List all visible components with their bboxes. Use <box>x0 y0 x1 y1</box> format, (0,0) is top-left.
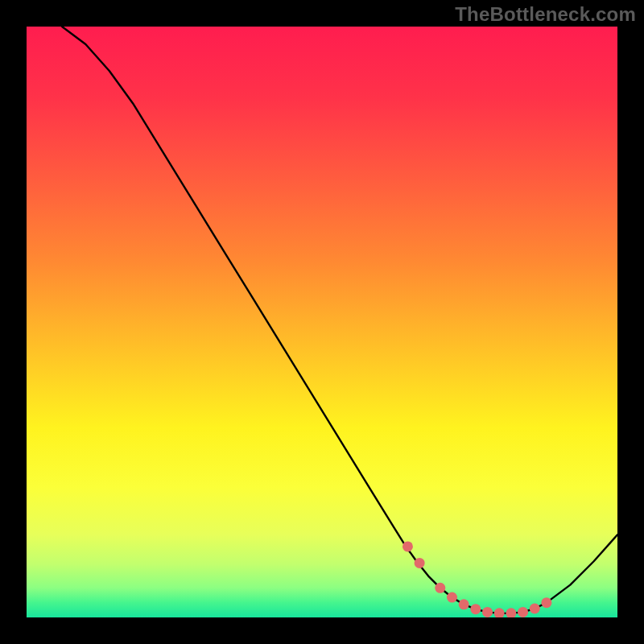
marker-point <box>482 607 493 617</box>
attribution-label: TheBottleneck.com <box>455 3 636 26</box>
marker-point <box>435 583 445 593</box>
marker-point <box>459 599 469 609</box>
marker-point <box>470 604 481 614</box>
marker-point <box>518 607 528 617</box>
marker-point <box>541 597 551 608</box>
chart-frame: TheBottleneck.com <box>0 0 644 644</box>
marker-point <box>402 541 413 551</box>
marker-point <box>447 592 457 603</box>
marker-point <box>415 558 425 568</box>
marker-point <box>530 603 540 613</box>
bottleneck-chart <box>27 27 617 617</box>
gradient-background <box>27 27 617 617</box>
plot-area <box>27 27 617 617</box>
